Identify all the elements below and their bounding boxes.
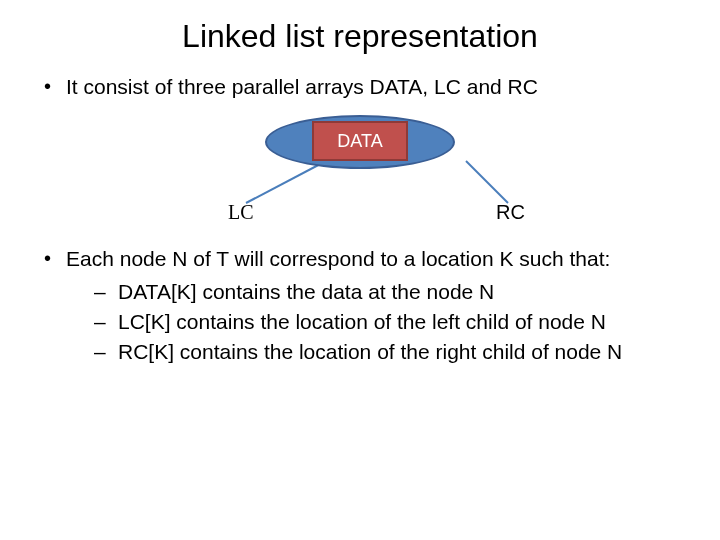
rc-label: RC (496, 199, 525, 226)
bullet-node-text: Each node N of T will correspond to a lo… (66, 247, 610, 270)
svg-line-1 (466, 161, 508, 203)
svg-line-0 (246, 161, 326, 203)
slide-body: It consist of three parallel arrays DATA… (36, 73, 684, 367)
bullet-arrays: It consist of three parallel arrays DATA… (44, 73, 684, 101)
sub-data-k: DATA[K] contains the data at the node N (94, 278, 684, 306)
slide-title: Linked list representation (36, 18, 684, 55)
sub-rc-k: RC[K] contains the location of the right… (94, 338, 684, 366)
node-diagram: DATA LC RC (36, 111, 684, 231)
data-box: DATA (312, 121, 408, 161)
sub-lc-k: LC[K] contains the location of the left … (94, 308, 684, 336)
lc-label: LC (228, 199, 254, 226)
bullet-node-correspondence: Each node N of T will correspond to a lo… (44, 245, 684, 366)
